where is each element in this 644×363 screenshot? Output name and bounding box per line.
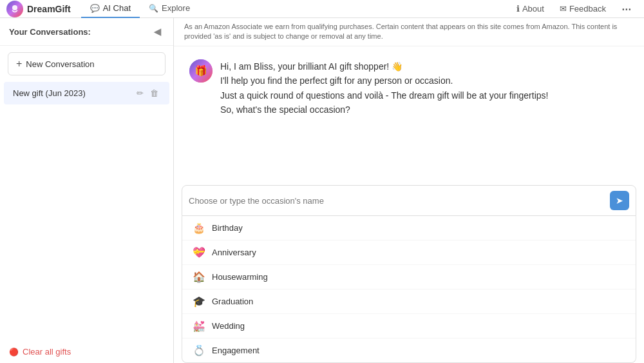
chat-area: As an Amazon Associate we earn from qual… <box>174 18 644 363</box>
housewarming-label: Housewarming <box>212 272 268 282</box>
sidebar-bottom: 🔴 Clear all gifts <box>0 340 173 363</box>
logo[interactable]: DreamGift <box>6 1 71 17</box>
sidebar-title: Your Conversations: <box>9 27 91 37</box>
sidebar: Your Conversations: ◀ + New Conversation… <box>0 18 174 363</box>
explore-icon: 🔍 <box>149 4 158 13</box>
logo-text: DreamGift <box>27 4 71 14</box>
anniversary-emoji: 💝 <box>193 246 205 259</box>
wedding-label: Wedding <box>212 321 245 331</box>
occasion-option-graduation[interactable]: 🎓 Graduation <box>182 289 636 314</box>
tab-ai-chat-label: AI Chat <box>103 3 131 13</box>
engagement-label: Engagement <box>212 346 260 355</box>
ai-chat-icon: 💬 <box>90 4 100 13</box>
avatar: 🎁 <box>189 59 213 83</box>
clear-gifts-label: Clear all gifts <box>23 347 71 357</box>
logo-icon <box>6 1 23 17</box>
occasion-option-housewarming[interactable]: 🏠 Housewarming <box>182 265 636 289</box>
occasion-option-birthday[interactable]: 🎂 Birthday <box>182 216 636 240</box>
conversation-item[interactable]: New gift (Jun 2023) ✏ 🗑 <box>4 82 169 104</box>
engagement-emoji: 💍 <box>193 344 205 357</box>
message-bliss: 🎁 Hi, I am Bliss, your brilliant AI gift… <box>189 59 629 117</box>
wedding-emoji: 💒 <box>193 320 205 332</box>
share-button[interactable]: ⋯ <box>615 0 638 18</box>
delete-conversation-button[interactable]: 🗑 <box>148 87 160 99</box>
edit-conversation-button[interactable]: ✏ <box>135 87 146 99</box>
amazon-banner-text: As an Amazon Associate we earn from qual… <box>184 23 617 40</box>
send-button[interactable]: ➤ <box>610 191 629 210</box>
nav-right: ℹ About ✉ Feedback ⋯ <box>510 0 638 18</box>
message-text: Hi, I am Bliss, your brilliant AI gift s… <box>220 59 629 117</box>
anniversary-label: Anniversary <box>212 248 256 257</box>
about-button[interactable]: ℹ About <box>510 0 551 18</box>
message-line-2: I'll help you find the perfect gift for … <box>220 75 453 86</box>
graduation-label: Graduation <box>212 297 253 306</box>
graduation-emoji: 🎓 <box>193 295 205 308</box>
occasion-input[interactable] <box>189 196 605 206</box>
conversation-item-label: New gift (Jun 2023) <box>13 88 135 98</box>
plus-icon: + <box>16 58 22 70</box>
birthday-label: Birthday <box>212 223 243 233</box>
sidebar-header: Your Conversations: ◀ <box>0 18 173 46</box>
feedback-label: Feedback <box>569 4 606 14</box>
occasion-dropdown: 🎂 Birthday 💝 Anniversary 🏠 Housewarming … <box>182 216 636 363</box>
avatar-image: 🎁 <box>189 59 213 83</box>
sidebar-header-left: Your Conversations: <box>9 27 91 37</box>
birthday-emoji: 🎂 <box>193 222 205 234</box>
svg-text:🎁: 🎁 <box>194 64 207 77</box>
amazon-banner: As an Amazon Associate we earn from qual… <box>174 18 644 46</box>
message-line-3: Just a quick round of questions and voil… <box>220 90 548 101</box>
about-label: About <box>522 4 544 14</box>
chat-input-area: ➤ 🎂 Birthday 💝 Anniversary 🏠 Housewarmin… <box>174 185 644 363</box>
chat-input-wrapper: ➤ <box>182 185 636 216</box>
message-line-1: Hi, I am Bliss, your brilliant AI gift s… <box>220 61 402 72</box>
new-conversation-button[interactable]: + New Conversation <box>8 52 166 75</box>
conversation-actions: ✏ 🗑 <box>135 87 160 99</box>
tab-explore-label: Explore <box>162 3 190 13</box>
message-line-4: So, what's the special occasion? <box>220 104 350 115</box>
sidebar-collapse-button[interactable]: ◀ <box>150 25 164 39</box>
topnav: DreamGift 💬 AI Chat 🔍 Explore ℹ About ✉ … <box>0 0 644 18</box>
occasion-option-engagement[interactable]: 💍 Engagement <box>182 338 636 362</box>
tab-explore[interactable]: 🔍 Explore <box>140 0 199 18</box>
send-icon: ➤ <box>616 195 623 206</box>
chat-input-row: ➤ <box>182 186 636 215</box>
main-layout: Your Conversations: ◀ + New Conversation… <box>0 18 644 363</box>
nav-tabs: 💬 AI Chat 🔍 Explore <box>81 0 199 18</box>
housewarming-emoji: 🏠 <box>193 271 205 283</box>
svg-point-0 <box>12 5 17 10</box>
tab-ai-chat[interactable]: 💬 AI Chat <box>81 0 140 18</box>
message-body: Hi, I am Bliss, your brilliant AI gift s… <box>220 59 629 117</box>
clear-all-gifts-button[interactable]: 🔴 Clear all gifts <box>9 347 164 357</box>
new-conversation-label: New Conversation <box>26 59 94 69</box>
occasion-option-wedding[interactable]: 💒 Wedding <box>182 314 636 338</box>
feedback-icon: ✉ <box>560 4 567 14</box>
collapse-icon: ◀ <box>154 26 161 37</box>
share-icon: ⋯ <box>621 3 631 15</box>
about-icon: ℹ <box>516 4 520 14</box>
occasion-option-anniversary[interactable]: 💝 Anniversary <box>182 240 636 265</box>
clear-icon: 🔴 <box>9 348 19 357</box>
feedback-button[interactable]: ✉ Feedback <box>553 0 612 18</box>
